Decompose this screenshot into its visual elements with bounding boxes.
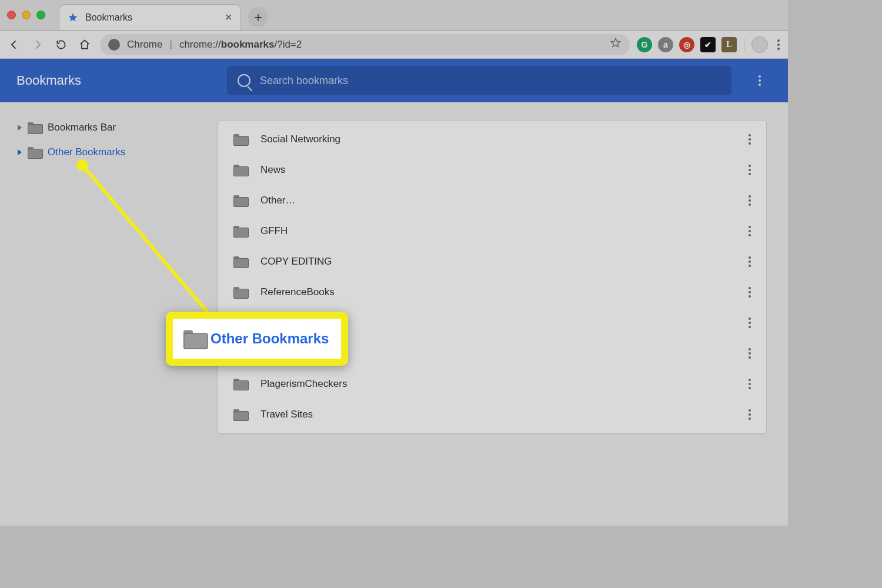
folder-icon: [233, 379, 248, 389]
item-menu-button[interactable]: [749, 165, 751, 175]
item-menu-button[interactable]: [749, 256, 751, 267]
toolbar-divider: [744, 38, 744, 52]
forward-button[interactable]: [29, 36, 46, 53]
expand-icon[interactable]: [18, 149, 22, 155]
bookmarks-list: Social NetworkingNewsOther…GFFHCOPY EDIT…: [218, 120, 767, 434]
item-menu-button[interactable]: [749, 318, 751, 328]
folder-label: Social Networking: [260, 133, 736, 145]
back-button[interactable]: [6, 36, 22, 53]
todo-check-icon[interactable]: ✔: [700, 37, 716, 52]
folder-label: Travel Sites: [260, 409, 736, 420]
search-bookmarks-box[interactable]: [227, 66, 731, 95]
item-menu-button[interactable]: [749, 409, 751, 420]
list-item[interactable]: Social Networking: [218, 124, 766, 155]
sidebar-item-label: Bookmarks Bar: [48, 122, 116, 133]
browser-tab[interactable]: Bookmarks ✕: [59, 4, 241, 30]
folder-icon: [233, 195, 248, 206]
omnibox-chip: Chrome: [127, 39, 162, 51]
list-item[interactable]: Other…: [218, 185, 766, 216]
close-window-button[interactable]: [7, 11, 16, 19]
folder-icon: [28, 147, 42, 158]
list-item[interactable]: COPY EDITING: [218, 246, 766, 277]
window-controls: [7, 11, 45, 19]
folder-icon: [233, 165, 248, 175]
bookmarks-app-menu[interactable]: [748, 69, 771, 92]
expand-icon[interactable]: [18, 125, 22, 131]
sidebar-item-other-bookmarks[interactable]: Other Bookmarks: [0, 140, 218, 165]
item-menu-button[interactable]: [749, 379, 751, 389]
letter-l-icon[interactable]: L: [721, 37, 737, 52]
maximize-window-button[interactable]: [36, 11, 45, 19]
omnibox-url: chrome://bookmarks/?id=2: [179, 39, 302, 51]
minimize-window-button[interactable]: [22, 11, 31, 19]
list-item[interactable]: GFFH: [218, 216, 766, 246]
bookmark-star-icon[interactable]: [610, 37, 622, 52]
star-icon: [68, 12, 78, 23]
sidebar: Bookmarks BarOther Bookmarks: [0, 102, 218, 526]
folder-label: News: [260, 164, 736, 176]
titlebar: Bookmarks ✕ ＋: [0, 0, 788, 31]
folder-icon: [233, 287, 248, 298]
folder-label: COPY EDITING: [260, 256, 736, 268]
folder-label: PlagerismCheckers: [260, 378, 736, 390]
list-item[interactable]: [218, 338, 766, 369]
item-menu-button[interactable]: [749, 134, 751, 145]
folder-icon: [233, 226, 248, 236]
folder-label: ReferenceBooks: [260, 286, 736, 298]
search-input[interactable]: [260, 75, 721, 87]
folder-label: GFFH: [260, 225, 736, 237]
folder-icon: [28, 122, 42, 133]
close-tab-icon[interactable]: ✕: [225, 12, 232, 23]
search-icon: [238, 74, 250, 87]
reload-button[interactable]: [53, 36, 69, 53]
chrome-menu-button[interactable]: [775, 39, 782, 50]
item-menu-button[interactable]: [749, 348, 751, 359]
list-item[interactable]: News: [218, 155, 766, 185]
folder-icon: [233, 409, 248, 420]
omnibox-separator: |: [169, 39, 172, 51]
site-info-icon[interactable]: [108, 39, 120, 51]
sidebar-item-label: Other Bookmarks: [48, 146, 125, 158]
item-menu-button[interactable]: [749, 226, 751, 236]
tab-title: Bookmarks: [85, 12, 218, 23]
list-item[interactable]: Travel Sites: [218, 399, 766, 430]
page-title: Bookmarks: [16, 73, 211, 88]
folder-label: Other…: [260, 195, 736, 206]
folder-icon: [233, 256, 248, 267]
list-item[interactable]: ReferenceBooks: [218, 277, 766, 308]
amazon-assistant-icon[interactable]: a: [658, 37, 673, 52]
content-area: Social NetworkingNewsOther…GFFHCOPY EDIT…: [218, 102, 788, 526]
opera-red-icon[interactable]: ◎: [679, 37, 694, 52]
browser-window: Bookmarks ✕ ＋ Chrome | chrome://bookmark…: [0, 0, 788, 526]
new-tab-button[interactable]: ＋: [248, 7, 268, 27]
list-item[interactable]: [218, 308, 766, 338]
folder-icon: [233, 134, 248, 145]
profile-avatar[interactable]: [751, 36, 768, 53]
list-item[interactable]: PlagerismCheckers: [218, 369, 766, 399]
bookmarks-app-header: Bookmarks: [0, 59, 788, 102]
home-button[interactable]: [76, 36, 93, 53]
item-menu-button[interactable]: [749, 287, 751, 298]
grammarly-icon[interactable]: G: [637, 37, 652, 52]
browser-toolbar: Chrome | chrome://bookmarks/?id=2 Ga◎✔L: [0, 31, 788, 59]
sidebar-item-bookmarks-bar[interactable]: Bookmarks Bar: [0, 115, 218, 140]
extensions-area: Ga◎✔L: [637, 37, 737, 52]
address-bar[interactable]: Chrome | chrome://bookmarks/?id=2: [100, 34, 630, 55]
bookmarks-app-body: Bookmarks BarOther Bookmarks Social Netw…: [0, 102, 788, 526]
item-menu-button[interactable]: [749, 195, 751, 206]
